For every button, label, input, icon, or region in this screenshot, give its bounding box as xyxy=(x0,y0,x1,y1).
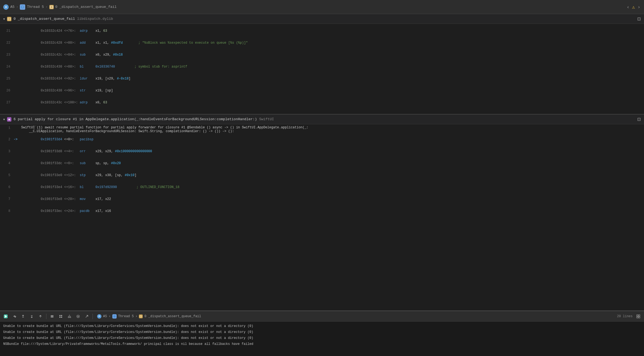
code-line-p2-2: 2 -> 0x1981f33d4 <+0>: pacibsp xyxy=(0,134,644,145)
step-out-button[interactable] xyxy=(28,313,35,320)
svg-rect-24 xyxy=(639,315,640,316)
main-content: ▾ 0 _dispatch_assert_queue_fail libdispa… xyxy=(0,14,644,356)
code-line-p2-4: 4 0x1981f33dc <+8>: sub sp, sp, #0x20 xyxy=(0,157,644,169)
toolbar-breadcrumb: A A5 › Thread 5 › 0 _dispatch_assert_que… xyxy=(97,314,201,319)
code-line-p2-6: 6 0x1981f33e4 <+16>: bl 0x197d92890 ; OU… xyxy=(0,181,644,193)
toolbar-right: 20 lines xyxy=(617,313,642,320)
warning-icon: ⚠ xyxy=(632,4,635,10)
svg-point-21 xyxy=(113,315,116,317)
svg-point-20 xyxy=(78,316,79,317)
panel2-collapse-btn[interactable]: ▾ xyxy=(3,117,5,121)
svg-text:T: T xyxy=(22,6,23,8)
frame-label[interactable]: 0 _dispatch_assert_queue_fail xyxy=(55,5,117,9)
svg-rect-12 xyxy=(59,317,60,318)
code-line-p2-1: 1 SwiftUI`(1) await resume partial funct… xyxy=(0,125,644,134)
cut-button[interactable] xyxy=(66,313,73,320)
panel2-header: ▾ 6 partial apply for closure #1 in AppD… xyxy=(0,115,644,124)
code-line-22: 22 0x10332c428 <+80>: add x1, x1, #0xdfd… xyxy=(0,37,644,49)
thread-label[interactable]: Thread 5 xyxy=(27,5,44,9)
code-line-24: 24 0x10332c430 <+88>: bl 0x10336740 ; sy… xyxy=(0,61,644,73)
code-line-p2-7: 7 0x1981f33e8 <+20>: mov x17, x22 xyxy=(0,193,644,205)
panel2-action-btn[interactable]: ⊡ xyxy=(637,117,641,122)
toolbar-frame-label: 0 _dispatch_assert_queue_fail xyxy=(144,314,201,318)
play-button[interactable] xyxy=(2,313,9,320)
console-line-3: Unable to create bundle at URL (file:///… xyxy=(3,335,641,341)
svg-rect-23 xyxy=(637,315,638,316)
step-over-button[interactable] xyxy=(11,313,18,320)
panel1-header: ▾ 0 _dispatch_assert_queue_fail libdispa… xyxy=(0,14,644,24)
panel-dispatch: ▾ 0 _dispatch_assert_queue_fail libdispa… xyxy=(0,14,644,115)
toolbar-thread-icon xyxy=(112,314,117,319)
code-line-23: 23 0x10332c42c <+84>: sub x0, x29, #0x18 xyxy=(0,49,644,61)
svg-rect-9 xyxy=(51,317,53,317)
list-view-button[interactable] xyxy=(49,313,56,320)
toolbar-a5-icon[interactable]: A xyxy=(97,314,101,319)
panel1-title: 0 _dispatch_assert_queue_fail xyxy=(14,17,75,21)
view-toggle-button[interactable] xyxy=(635,313,642,320)
goto-button[interactable] xyxy=(83,313,90,320)
console-output: Unable to create bundle at URL (file:///… xyxy=(0,321,644,356)
panel2-magic-icon xyxy=(7,117,11,122)
panel1-frame-icon xyxy=(7,17,11,21)
frame-icon xyxy=(49,5,54,9)
a5-icon[interactable]: A xyxy=(3,4,9,10)
target-button[interactable] xyxy=(75,313,82,320)
code-line-p2-3: 3 0x1981f33d8 <+4>: orr x29, x29, #0x100… xyxy=(0,145,644,157)
console-line-1: Unable to create bundle at URL (file:///… xyxy=(3,323,641,329)
panel1-subtitle: libdispatch.dylib xyxy=(77,17,113,21)
svg-rect-8 xyxy=(51,316,53,317)
svg-line-16 xyxy=(69,316,69,317)
svg-rect-13 xyxy=(61,317,62,318)
toolbar-separator-2 xyxy=(93,314,93,319)
toolbar-frame-icon xyxy=(139,314,143,318)
panel2-subtitle: SwiftUI xyxy=(259,117,274,121)
breadcrumb: A A5 › T Thread 5 › 0 _dispatch_assert_q… xyxy=(3,4,625,10)
panel1-collapse-btn[interactable]: ▾ xyxy=(3,17,5,21)
up-frame-button[interactable] xyxy=(37,313,44,320)
top-bar: A A5 › T Thread 5 › 0 _dispatch_assert_q… xyxy=(0,0,644,14)
svg-rect-2 xyxy=(50,6,53,8)
svg-rect-11 xyxy=(61,315,62,316)
code-line-27: 27 0x10332c43c <+100>: adrp x0, 63 xyxy=(0,97,644,109)
step-in-button[interactable] xyxy=(20,313,27,320)
bottom-toolbar: A A5 › Thread 5 › 0 _dispatch_assert_que… xyxy=(0,311,644,321)
code-line-28: 28 0x10332c440 <+104>: add x0, x0, #0xe6… xyxy=(0,109,644,111)
a5-label[interactable]: A5 xyxy=(10,5,15,9)
toolbar-thread-label: Thread 5 xyxy=(118,314,134,318)
code-line-p2-8: 8 0x1981f33ec <+24>: pacdb x17, x16 xyxy=(0,205,644,217)
svg-rect-7 xyxy=(51,315,53,316)
panel-swiftui: ▾ 6 partial apply for closure #1 in AppD… xyxy=(0,115,644,311)
lines-count-label: 20 lines xyxy=(617,314,633,318)
panel2-title: 6 partial apply for closure #1 in AppDel… xyxy=(14,117,257,121)
svg-line-17 xyxy=(70,316,70,317)
thread-icon: T xyxy=(20,4,25,10)
code-line-p2-5: 5 0x1981f33e0 <+12>: stp x29, x30, [sp, … xyxy=(0,169,644,181)
code-line-25: 25 0x10332c434 <+92>: ldur x19, [x29, #-… xyxy=(0,73,644,85)
code-line-26: 26 0x10332c438 <+96>: str x19, [sp] xyxy=(0,85,644,97)
grid-view-button[interactable] xyxy=(57,313,64,320)
code-line-21: 21 0x10332c424 <+76>: adrp x1, 63 xyxy=(0,25,644,37)
svg-rect-3 xyxy=(8,18,11,20)
panel1-code[interactable]: 21 0x10332c424 <+76>: adrp x1, 63 22 0x1… xyxy=(0,24,644,111)
toolbar-a5-label: A5 xyxy=(103,314,107,318)
svg-marker-4 xyxy=(8,118,11,121)
nav-back-button[interactable]: ‹ xyxy=(626,4,630,11)
svg-rect-22 xyxy=(140,316,142,317)
console-line-4: NSBundle file:///System/Library/PrivateF… xyxy=(3,341,641,347)
toolbar-separator-1 xyxy=(46,314,46,319)
top-bar-actions: ‹ ⚠ › xyxy=(626,4,641,11)
panel1-action-btn[interactable]: ⊡ xyxy=(637,16,641,21)
panel2-code[interactable]: 1 SwiftUI`(1) await resume partial funct… xyxy=(0,124,644,310)
svg-rect-26 xyxy=(639,317,640,318)
svg-rect-25 xyxy=(637,317,638,318)
svg-point-14 xyxy=(68,317,69,318)
svg-rect-10 xyxy=(59,315,60,316)
console-line-2: Unable to create bundle at URL (file:///… xyxy=(3,329,641,335)
svg-point-15 xyxy=(70,317,71,318)
nav-forward-button[interactable]: › xyxy=(637,4,641,11)
